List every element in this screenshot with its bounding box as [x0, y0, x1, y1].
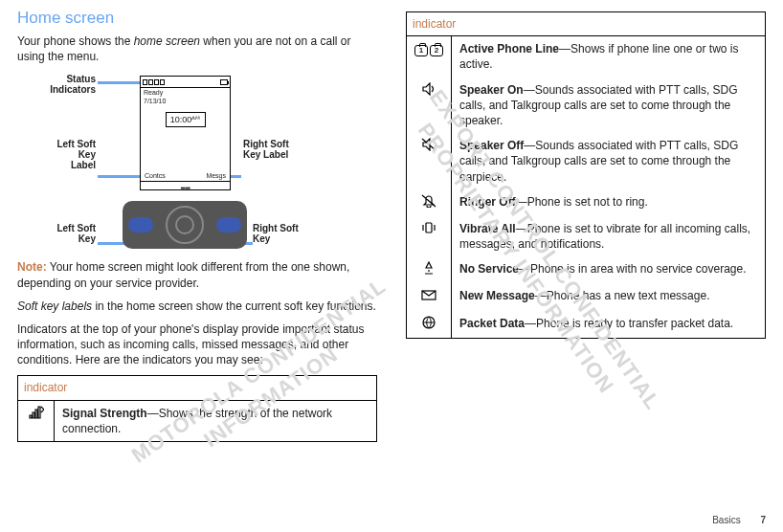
table-row: Speaker On—Sounds associated with PTT ca… [407, 78, 766, 134]
screen-date: 7/13/10 [141, 97, 230, 107]
indicator-desc: Speaker On—Sounds associated with PTT ca… [452, 78, 766, 134]
intro-paragraph: Your phone shows the home screen when yo… [17, 33, 377, 64]
indicator-desc: Signal Strength—Shows the strength of th… [55, 400, 377, 441]
screen-time: 10:00ᴬᴹ [166, 112, 206, 127]
right-softkey-button-icon [216, 217, 241, 233]
indicator-table-right: indicator 12 Active Phone Line—Shows if … [406, 11, 766, 339]
table-row: Speaker Off—Sounds associated with PTT c… [407, 133, 766, 189]
ind-name: No Service [459, 262, 519, 276]
indicator-desc: New Message—Phone has a new text message… [452, 283, 766, 310]
indicator-table-left: indicator Signal Strength—Shows the stre… [17, 375, 377, 442]
callout-left-softkey: Left Soft Key [52, 223, 96, 244]
new-message-icon [407, 283, 452, 310]
note-paragraph: Note: Your home screen might look differ… [17, 259, 377, 290]
ind-name: Packet Data [459, 317, 525, 330]
screen-ready: Ready [141, 88, 230, 97]
ind-name: Active Phone Line [459, 42, 559, 55]
p2-b: in the home screen show the current soft… [92, 299, 376, 313]
indicator-desc: Packet Data—Phone is ready to transfer p… [452, 311, 766, 339]
packet-data-icon [407, 311, 452, 339]
intro-em: home screen [134, 34, 200, 48]
signal-strength-icon [18, 400, 55, 441]
right-column: indicator 12 Active Phone Line—Shows if … [406, 8, 766, 442]
phone-keypad [123, 201, 247, 249]
table-row: Packet Data—Phone is ready to transfer p… [407, 311, 766, 339]
table-row: Ringer Off—Phone is set not to ring. [407, 189, 766, 216]
indicator-desc: No Service—Phone is in area with no serv… [452, 256, 766, 283]
section-heading: Home screen [17, 8, 377, 30]
speaker-off-icon [407, 133, 452, 189]
ind-text: —Phone has a new text message. [535, 289, 710, 302]
ind-name: Ringer Off [459, 195, 516, 209]
footer-page-number: 7 [760, 515, 766, 525]
callout-left-softkey-label: Left Soft Key Label [52, 139, 96, 170]
intro-a: Your phone shows the [17, 34, 134, 48]
note-label: Note: [17, 260, 47, 274]
ind-text: —Phone is in area with no service covera… [519, 262, 746, 276]
callout-right-softkey-label: Right Soft Key Label [243, 139, 301, 160]
indicator-header: indicator [18, 376, 377, 400]
vibrate-all-icon [407, 216, 452, 256]
screen-sk-left: Contcs [145, 171, 166, 180]
active-line-icon: 12 [407, 36, 452, 78]
table-row: Vibrate All—Phone is set to vibrate for … [407, 216, 766, 256]
table-row: New Message—Phone has a new text message… [407, 283, 766, 310]
phone-screen: Ready 7/13/10 10:00ᴬᴹ Contcs Mesgs ▂▂ [140, 76, 231, 190]
indicator-desc: Vibrate All—Phone is set to vibrate for … [452, 216, 766, 256]
ind-name: Signal Strength [62, 407, 147, 420]
ind-name: Vibrate All [459, 222, 516, 235]
table-row: 12 Active Phone Line—Shows if phone line… [407, 36, 766, 78]
ind-name: New Message [459, 289, 535, 302]
screen-sk-right: Mesgs [206, 171, 226, 180]
indicator-header: indicator [407, 12, 766, 36]
note-text: Your home screen might look different fr… [17, 260, 349, 289]
indicators-paragraph: Indicators at the top of your phone's di… [17, 321, 377, 368]
left-column: Home screen Your phone shows the home sc… [17, 8, 377, 442]
dpad-icon [166, 206, 204, 244]
ind-text: —Phone is set not to ring. [516, 195, 648, 209]
indicator-desc: Speaker Off—Sounds associated with PTT c… [452, 133, 766, 189]
indicator-desc: Ringer Off—Phone is set not to ring. [452, 189, 766, 216]
svg-rect-0 [426, 223, 432, 233]
phone-diagram: Status Indicators Left Soft Key Label Ri… [17, 72, 377, 254]
indicator-desc: Active Phone Line—Shows if phone line on… [452, 36, 766, 78]
statusbar-icon [141, 77, 230, 88]
speaker-on-icon [407, 78, 452, 134]
footer-section: Basics [712, 515, 740, 525]
softkey-paragraph: Soft key labels in the home screen show … [17, 299, 377, 314]
callout-right-softkey: Right Soft Key [253, 223, 310, 244]
ringer-off-icon [407, 189, 452, 216]
ind-name: Speaker Off [459, 139, 524, 152]
table-row: Signal Strength—Shows the strength of th… [18, 400, 377, 441]
callout-status-indicators: Status Indicators [34, 74, 96, 95]
p2-a: Soft key labels [17, 299, 92, 313]
ind-name: Speaker On [459, 83, 524, 97]
no-service-icon [407, 256, 452, 283]
left-softkey-button-icon [128, 217, 153, 233]
ind-text: —Phone is ready to transfer packet data. [525, 317, 733, 330]
brand-row-icon: ▂▂ [141, 181, 230, 189]
page-footer: Basics 7 [712, 514, 766, 527]
table-row: No Service—Phone is in area with no serv… [407, 256, 766, 283]
